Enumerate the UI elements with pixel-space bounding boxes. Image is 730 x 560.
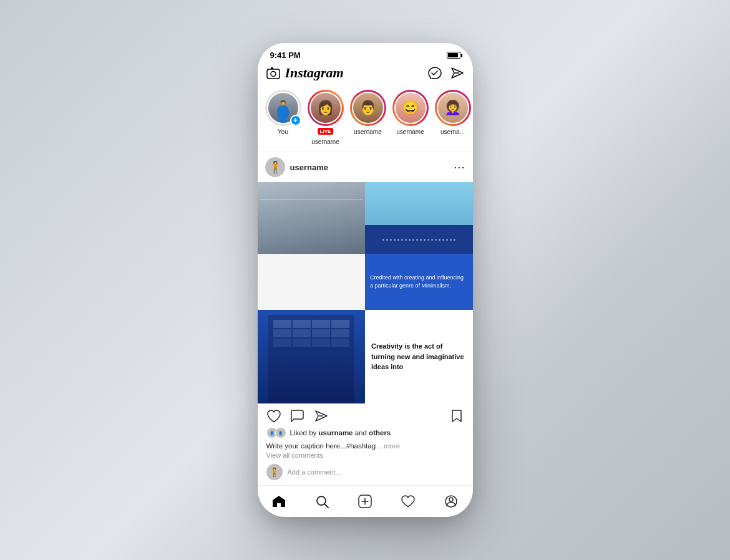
svg-point-6: [449, 498, 453, 501]
like-avatar-2: 👤: [275, 427, 286, 438]
comment-button[interactable]: [290, 408, 305, 423]
story-item-2[interactable]: 👨 username: [350, 90, 386, 145]
nav-home[interactable]: [266, 492, 291, 511]
post-user[interactable]: 🧍 username: [265, 157, 328, 177]
grid-building-top: [258, 182, 366, 254]
svg-rect-0: [267, 69, 280, 79]
caption-more[interactable]: ...more: [377, 442, 400, 450]
post-quote-text: Creativity is the act of turning new and…: [371, 341, 467, 372]
comment-user-avatar: 🧍: [266, 464, 283, 480]
likes-row: 👤 👤 Liked by usurname and others: [258, 426, 473, 441]
story-label-you: You: [278, 128, 288, 135]
live-badge: LIVE: [318, 128, 334, 135]
app-header: Instagram: [258, 62, 473, 86]
post-avatar: 🧍: [265, 157, 285, 177]
share-button[interactable]: [314, 408, 329, 423]
like-avatars: 👤 👤: [266, 427, 286, 438]
status-icons: [447, 52, 460, 59]
stories-row: 🧍 + You 👩 LIVE username: [258, 86, 473, 152]
caption-text: Write your caption here...#hashtag: [266, 442, 376, 450]
story-label-2: username: [354, 128, 381, 135]
app-logo: Instagram: [285, 65, 344, 81]
nav-heart[interactable]: [396, 492, 421, 511]
add-story-btn[interactable]: +: [290, 115, 301, 126]
svg-rect-2: [271, 67, 273, 69]
nav-search[interactable]: [309, 492, 334, 511]
grid-building-bottom: [258, 310, 366, 403]
post-more-button[interactable]: ⋯: [454, 160, 465, 174]
nav-add[interactable]: [353, 492, 377, 511]
bottom-nav: [258, 485, 473, 517]
post-text-overlay: Credited with creating and influencing a…: [370, 274, 468, 289]
caption-row: Write your caption here...#hashtag ...mo…: [258, 441, 473, 451]
view-comments-button[interactable]: View all comments: [258, 451, 473, 461]
phone-frame: 9:41 PM Instagram: [258, 43, 473, 517]
likes-username[interactable]: usurname: [319, 429, 353, 437]
post-header: 🧍 username ⋯: [258, 152, 473, 182]
post-actions: [258, 403, 473, 426]
post-image: Credited with creating and influencing a…: [258, 182, 473, 403]
status-time: 9:41 PM: [270, 51, 301, 60]
header-actions: [428, 66, 464, 80]
grid-white-mid: [258, 254, 366, 310]
svg-point-1: [271, 72, 276, 77]
battery-icon: [447, 52, 460, 59]
story-label-3: username: [396, 128, 424, 135]
story-label-1: username: [311, 138, 339, 145]
grid-text-mid: Credited with creating and influencing a…: [365, 254, 473, 310]
header-left: Instagram: [266, 65, 344, 81]
post-username: username: [290, 163, 328, 172]
story-item-1[interactable]: 👩 LIVE username: [308, 90, 344, 145]
camera-icon[interactable]: [266, 66, 280, 80]
like-button[interactable]: [266, 408, 281, 423]
nav-profile[interactable]: [439, 492, 464, 511]
post-action-left: [266, 408, 329, 423]
add-comment-row: 🧍 Add a comment...: [258, 461, 473, 485]
image-grid: Credited with creating and influencing a…: [258, 182, 473, 403]
story-item-4[interactable]: 👩‍🦱 userna...: [435, 90, 471, 145]
likes-text: Liked by usurname and others: [290, 429, 391, 437]
bookmark-button[interactable]: [449, 408, 464, 423]
grid-blue-top: [365, 182, 473, 254]
status-bar: 9:41 PM: [258, 43, 473, 62]
add-comment-input[interactable]: Add a comment...: [288, 468, 341, 476]
story-label-4: userna...: [440, 128, 465, 135]
send-icon[interactable]: [450, 66, 464, 80]
likes-label: Liked by: [290, 429, 317, 437]
likes-others[interactable]: others: [369, 429, 391, 437]
messenger-icon[interactable]: [428, 66, 442, 80]
story-item-you[interactable]: 🧍 + You: [265, 90, 301, 145]
likes-and: and: [355, 429, 367, 437]
grid-quote-bottom: Creativity is the act of turning new and…: [365, 310, 473, 403]
story-item-3[interactable]: 😄 username: [392, 90, 429, 145]
